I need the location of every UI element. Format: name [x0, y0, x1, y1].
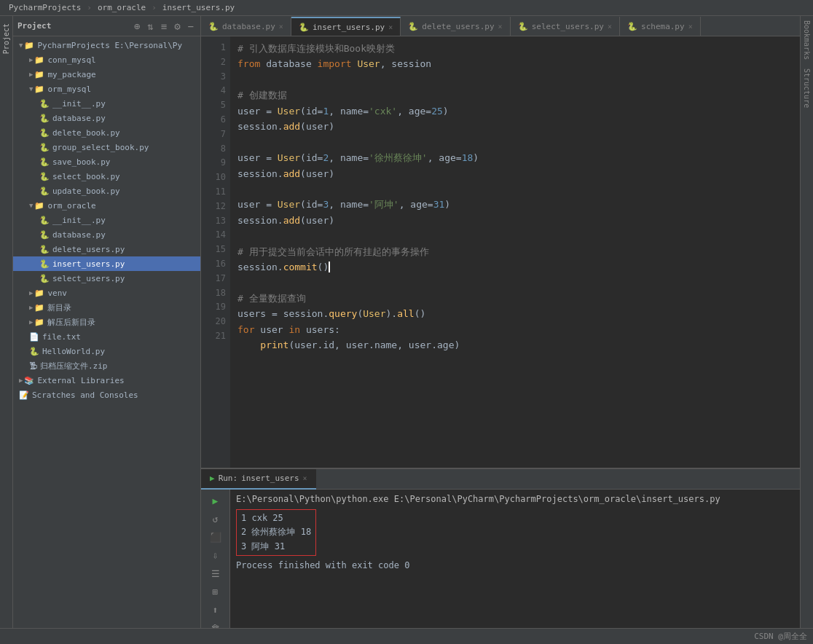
code-line-2: from database import User, session	[237, 56, 800, 71]
scratch-icon: 📝	[19, 390, 29, 400]
py-icon: 🐍	[39, 274, 50, 283]
tab-close-btn[interactable]: ×	[688, 23, 693, 31]
py-icon: 🐍	[39, 216, 50, 225]
code-line-1: # 引入数据库连接模块和Book映射类	[237, 41, 800, 56]
right-side-tabs: Bookmarks Structure	[800, 16, 813, 628]
tree-zip-file[interactable]: 🗜 归档压缩文件.zip	[13, 358, 200, 373]
bottom-tab-bar: ▶ Run: insert_users ×	[201, 469, 800, 490]
folder-icon: 📁	[34, 55, 44, 65]
tab-database-py[interactable]: 🐍 database.py ×	[201, 17, 291, 36]
tab-label: delete_users.py	[422, 22, 494, 31]
tree-file-txt[interactable]: 📄 file.txt	[13, 329, 200, 344]
unzip-dir-label: 解压后新目录	[47, 317, 95, 328]
code-line-20: print(user.id, user.name, user.age)	[237, 337, 800, 353]
tab-close-btn[interactable]: ×	[498, 23, 503, 31]
py-icon: 🐍	[39, 259, 50, 269]
bottom-tab-run[interactable]: ▶ Run: insert_users ×	[201, 469, 316, 490]
tab-label: select_users.py	[532, 22, 604, 31]
tab-close-btn[interactable]: ×	[608, 23, 612, 31]
venv-label: venv	[47, 288, 67, 298]
tab-close-btn[interactable]: ×	[279, 23, 283, 31]
code-line-18: users = session.query(User).all()	[237, 306, 800, 321]
zip-label: 归档压缩文件.zip	[40, 361, 108, 372]
code-line-10	[237, 181, 800, 197]
tree-init-mysql[interactable]: 🐍 __init__.py	[13, 96, 200, 111]
rerun-btn[interactable]: ↺	[211, 512, 220, 526]
py-icon: 🐍	[39, 114, 50, 123]
run-icon: ▶	[210, 474, 215, 483]
py-icon: 🐍	[29, 347, 39, 356]
bookmarks-tab[interactable]: Bookmarks	[801, 16, 812, 64]
init-mysql-label: __init__.py	[52, 99, 106, 109]
expand-btn[interactable]: ⬆	[211, 603, 220, 617]
sidebar-project-tab[interactable]: Project	[1, 19, 12, 58]
toolbar-add-btn[interactable]: ⊕	[132, 19, 142, 34]
structure-tab[interactable]: Structure	[801, 64, 812, 112]
console-cmd-line: E:\Personal\Python\python.exe E:\Persona…	[236, 492, 794, 506]
tree-my-package[interactable]: ▶ 📁 my_package	[13, 67, 200, 82]
done-text: Process finished with exit code 0	[236, 560, 409, 570]
tab-select-users-py[interactable]: 🐍 select_users.py ×	[511, 17, 620, 36]
tree-update-book[interactable]: 🐍 update_book.py	[13, 184, 200, 198]
tree-select-book[interactable]: 🐍 select_book.py	[13, 169, 200, 184]
run-tab-close[interactable]: ×	[303, 474, 307, 482]
code-line-15: session.commit()	[237, 259, 800, 275]
status-bar: CSDN @周全全	[0, 628, 813, 644]
tab-insert-users-py[interactable]: 🐍 insert_users.py ×	[291, 17, 401, 36]
chevron-icon: ▼	[29, 85, 33, 93]
chevron-icon: ▶	[29, 318, 33, 326]
tree-root[interactable]: ▼ 📁 PycharmProjects E:\Personal\Py	[13, 38, 200, 52]
tree-select-users[interactable]: 🐍 select_users.py	[13, 271, 200, 286]
line-numbers: 12345 678910 1112131415 1617181920 21	[201, 36, 230, 468]
tree-external-libs[interactable]: ▶ 📚 External Libraries	[13, 373, 200, 388]
title-file: insert_users.py	[162, 3, 235, 12]
tree-orm-oracle[interactable]: ▼ 📁 orm_oracle	[13, 198, 200, 213]
tree-group-select[interactable]: 🐍 group_select_book.py	[13, 140, 200, 154]
delete-users-label: delete_users.py	[52, 245, 125, 254]
conn-mysql-label: conn_mysql	[47, 55, 95, 65]
tab-schema-py[interactable]: 🐍 schema.py ×	[620, 17, 701, 36]
code-editor: 12345 678910 1112131415 1617181920 21 # …	[201, 36, 800, 468]
tree-delete-users[interactable]: 🐍 delete_users.py	[13, 242, 200, 256]
output-highlighted-block: 1 cxk 25 2 徐州蔡徐坤 18 3 阿坤 31	[236, 509, 316, 556]
tree-new-dir[interactable]: ▶ 📁 新目录	[13, 300, 200, 315]
toolbar-collapse-btn[interactable]: ≡	[159, 19, 169, 34]
code-content[interactable]: # 引入数据库连接模块和Book映射类 from database import…	[230, 36, 800, 468]
tree-conn-mysql[interactable]: ▶ 📁 conn_mysql	[13, 52, 200, 67]
orm-mysql-label: orm_mysql	[47, 85, 91, 94]
py-icon: 🐍	[39, 128, 50, 138]
toolbar-settings-btn[interactable]: ⚙	[172, 19, 182, 34]
stop-btn[interactable]: ⬛	[208, 530, 223, 544]
tree-init-oracle[interactable]: 🐍 __init__.py	[13, 213, 200, 227]
run-file-label: insert_users	[241, 474, 299, 483]
code-line-8: user = User(id=2, name='徐州蔡徐坤', age=18)	[237, 150, 800, 165]
tree-orm-mysql[interactable]: ▼ 📁 orm_mysql	[13, 82, 200, 96]
toolbar-scroll-btn[interactable]: ⇅	[145, 19, 155, 34]
tree-insert-users[interactable]: 🐍 insert_users.py	[13, 256, 200, 271]
folder-icon: 📁	[34, 85, 44, 94]
settings-btn[interactable]: ☰	[210, 567, 221, 581]
console-output[interactable]: E:\Personal\Python\python.exe E:\Persona…	[230, 490, 800, 628]
toolbar-close-btn[interactable]: −	[186, 19, 196, 34]
scroll-to-end-btn[interactable]: ⇩	[211, 549, 220, 562]
tree-database-mysql[interactable]: 🐍 database.py	[13, 111, 200, 125]
folder-icon: 📁	[34, 70, 44, 79]
trash-btn[interactable]: 🗑	[209, 621, 221, 628]
run-btn[interactable]: ▶	[211, 494, 220, 508]
tab-close-btn[interactable]: ×	[388, 23, 393, 31]
print-btn[interactable]: ⊞	[211, 585, 220, 599]
py-icon: 🐍	[39, 99, 50, 109]
database-mysql-label: database.py	[52, 114, 106, 123]
py-icon: 🐍	[39, 172, 50, 181]
tab-delete-users-py[interactable]: 🐍 delete_users.py ×	[401, 17, 510, 36]
tree-scratches[interactable]: 📝 Scratches and Consoles	[13, 388, 200, 402]
tree-hello-world[interactable]: 🐍 HelloWorld.py	[13, 344, 200, 358]
code-line-19: for user in users:	[237, 322, 800, 337]
tree-venv[interactable]: ▶ 📁 venv	[13, 286, 200, 300]
code-line-7	[237, 135, 800, 150]
tree-unzip-dir[interactable]: ▶ 📁 解压后新目录	[13, 315, 200, 329]
tree-delete-book[interactable]: 🐍 delete_book.py	[13, 125, 200, 140]
tree-database-oracle[interactable]: 🐍 database.py	[13, 227, 200, 242]
chevron-icon: ▶	[19, 377, 23, 384]
tree-save-book[interactable]: 🐍 save_book.py	[13, 154, 200, 169]
